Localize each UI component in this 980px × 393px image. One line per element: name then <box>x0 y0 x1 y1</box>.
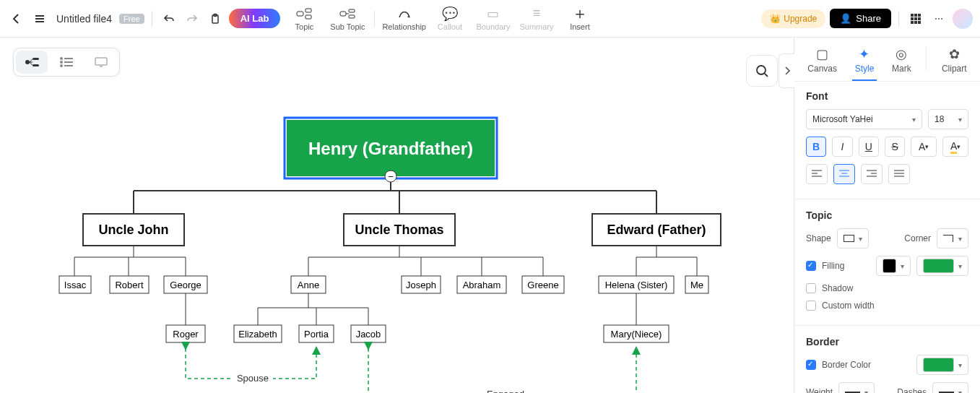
family-tree-diagram: Henry (Grandfather) – Uncle John Uncle T… <box>0 38 794 393</box>
more-icon[interactable]: ⋯ <box>929 9 948 28</box>
svg-rect-13 <box>918 17 921 20</box>
canvas-area[interactable]: Henry (Grandfather) – Uncle John Uncle T… <box>0 38 794 393</box>
shape-select[interactable]: ▾ <box>837 228 869 249</box>
border-dashes-select[interactable]: ▾ <box>932 382 968 393</box>
align-right-button[interactable] <box>861 164 883 184</box>
callout-button[interactable]: 💬Callout <box>430 7 469 31</box>
svg-rect-12 <box>914 17 917 20</box>
redo-icon[interactable] <box>183 9 201 28</box>
svg-rect-2 <box>297 12 303 16</box>
svg-text:Spouse: Spouse <box>237 373 269 384</box>
bold-button[interactable]: B <box>806 137 826 157</box>
strike-button[interactable]: S <box>885 137 905 157</box>
insert-button[interactable]: ＋Insert <box>560 7 599 31</box>
svg-rect-7 <box>349 15 355 18</box>
node-uncle-john: Uncle John <box>98 223 168 237</box>
border-color-checkbox[interactable] <box>806 360 816 370</box>
free-badge: Free <box>119 14 144 24</box>
tab-style[interactable]: ✦Style <box>852 43 877 81</box>
font-family-select[interactable]: Microsoft YaHei▾ <box>806 109 922 129</box>
share-button[interactable]: 👤Share <box>830 9 891 28</box>
corner-select[interactable]: ▾ <box>937 228 968 249</box>
svg-rect-6 <box>349 9 355 12</box>
back-icon[interactable] <box>7 9 26 28</box>
align-left-button[interactable] <box>806 164 828 184</box>
svg-text:Anne: Anne <box>298 280 319 290</box>
node-edward: Edward (Father) <box>607 223 706 237</box>
svg-rect-8 <box>911 14 914 17</box>
avatar[interactable] <box>953 9 973 29</box>
person-icon: 👤 <box>840 13 851 24</box>
svg-text:Roger: Roger <box>173 329 199 340</box>
svg-text:Joseph: Joseph <box>406 280 436 290</box>
subtopic-button[interactable]: Sub Topic <box>328 7 367 31</box>
align-center-button[interactable] <box>833 164 855 184</box>
upgrade-button[interactable]: 👑Upgrade <box>761 9 825 28</box>
svg-text:Mary(Niece): Mary(Niece) <box>611 329 662 340</box>
shadow-checkbox[interactable] <box>806 283 816 293</box>
border-color-select[interactable]: ▾ <box>916 355 968 375</box>
svg-text:Me: Me <box>690 280 703 290</box>
svg-text:Jacob: Jacob <box>356 329 381 340</box>
ai-lab-button[interactable]: AI Lab <box>229 9 281 28</box>
svg-rect-5 <box>340 12 346 16</box>
clipboard-icon[interactable] <box>206 9 225 28</box>
svg-rect-15 <box>914 21 917 24</box>
undo-icon[interactable] <box>160 9 178 28</box>
border-section: Border Border Color ▾ Weight ▾ Dashes ▾ <box>794 327 980 393</box>
text-color-button[interactable]: A▾ <box>911 137 937 157</box>
tab-mark[interactable]: ◎Mark <box>889 43 914 81</box>
boundary-button[interactable]: ▭Boundary <box>474 7 513 31</box>
highlight-button[interactable]: A▾ <box>942 137 968 157</box>
topic-button[interactable]: Topic <box>285 7 324 31</box>
svg-text:George: George <box>170 280 201 290</box>
font-size-select[interactable]: 18▾ <box>928 109 968 129</box>
svg-rect-11 <box>911 17 914 20</box>
svg-text:Elizabeth: Elizabeth <box>238 329 277 340</box>
properties-panel: ▢Canvas ✦Style ◎Mark ✿Clipart Font Micro… <box>794 38 980 393</box>
custom-width-checkbox[interactable] <box>806 301 816 311</box>
fill-color-1[interactable]: ▾ <box>876 256 911 276</box>
align-justify-button[interactable] <box>888 164 910 184</box>
apps-grid-icon[interactable] <box>906 9 925 28</box>
svg-text:Helena (Sister): Helena (Sister) <box>605 280 668 290</box>
italic-button[interactable]: I <box>832 137 852 157</box>
svg-rect-14 <box>911 21 914 24</box>
underline-button[interactable]: U <box>859 137 879 157</box>
svg-text:Issac: Issac <box>64 280 87 290</box>
svg-text:Robert: Robert <box>115 280 143 290</box>
svg-rect-9 <box>914 14 917 17</box>
crown-icon: 👑 <box>770 14 781 24</box>
svg-rect-16 <box>918 21 921 24</box>
file-name[interactable]: Untitled file4 <box>56 13 112 25</box>
font-section: Font Microsoft YaHei▾ 18▾ B I U S A▾ A▾ <box>794 82 980 194</box>
top-toolbar: Untitled file4 Free AI Lab Topic Sub Top… <box>0 0 980 38</box>
svg-rect-10 <box>918 14 921 17</box>
svg-text:–: – <box>389 171 394 181</box>
relationship-button[interactable]: Relationship <box>382 7 426 31</box>
svg-text:Abraham: Abraham <box>463 280 501 290</box>
node-uncle-thomas: Uncle Thomas <box>355 223 443 237</box>
svg-rect-3 <box>305 9 311 12</box>
tab-canvas[interactable]: ▢Canvas <box>805 43 840 81</box>
summary-button[interactable]: ≡Summary <box>517 7 556 31</box>
node-root: Henry (Grandfather) <box>308 139 473 158</box>
svg-text:Engaged: Engaged <box>487 389 524 393</box>
svg-text:Greene: Greene <box>527 280 558 290</box>
tab-clipart[interactable]: ✿Clipart <box>939 43 970 81</box>
filling-checkbox[interactable] <box>806 261 816 271</box>
border-weight-select[interactable]: ▾ <box>838 382 875 393</box>
topic-section: Topic Shape ▾ Corner ▾ Filling ▾ ▾ Shado… <box>794 201 980 321</box>
svg-rect-4 <box>305 15 311 19</box>
fill-color-2[interactable]: ▾ <box>916 256 968 276</box>
svg-text:Portia: Portia <box>304 329 329 340</box>
menu-icon[interactable] <box>30 9 49 28</box>
